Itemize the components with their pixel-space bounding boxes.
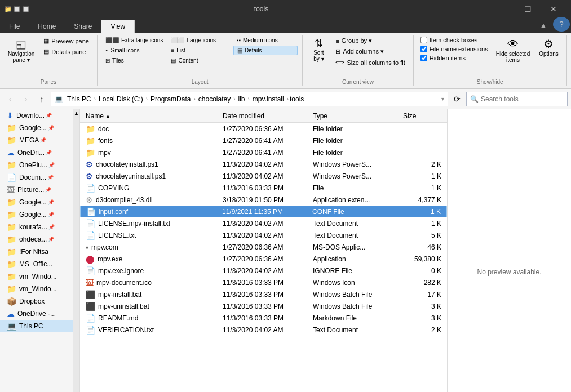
sidebar-item-oneplus[interactable]: 📁 OnePlu... 📌 [0, 159, 73, 171]
dropdown-arrow[interactable]: ▾ [441, 96, 444, 102]
breadcrumb-this-pc[interactable]: This PC [65, 95, 93, 104]
tab-view[interactable]: View [101, 20, 135, 33]
preview-pane-button[interactable]: ▦ Preview pane [40, 36, 92, 46]
sidebar-item-for-nitsa[interactable]: 📁 !For Nitsa [0, 246, 73, 258]
breadcrumb-local-disk[interactable]: Local Disk (C:) [97, 95, 145, 104]
details-icon: ▤ [43, 48, 49, 55]
file-row[interactable]: ⬛mpv-install.bat 11/3/2016 03:33 PM Wind… [80, 288, 447, 300]
sidebar-item-google3[interactable]: 📁 Google... 📌 [0, 208, 73, 221]
file-row[interactable]: ⬤mpv.exe 1/27/2020 06:36 AM Application … [80, 253, 447, 265]
address-bar[interactable]: 💻 This PC › Local Disk (C:) › ProgramDat… [51, 92, 448, 106]
file-name: d3dcompiler_43.dll [96, 196, 153, 204]
sidebar-item-ohdeca[interactable]: 📁 ohdeca... 📌 [0, 233, 73, 246]
hide-selected-button[interactable]: 👁 Hide selecteditems [493, 36, 534, 65]
content-button[interactable]: ▤ Content [167, 56, 232, 65]
scroll-up[interactable]: ▲ [73, 109, 80, 117]
item-check-boxes-check[interactable]: Item check boxes [418, 36, 490, 44]
back-button[interactable]: ‹ [3, 92, 17, 106]
file-row[interactable]: 📄README.md 11/3/2016 03:33 PM Markdown F… [80, 312, 447, 324]
sidebar-item-this-pc[interactable]: 💻 This PC [0, 320, 73, 332]
col-date-header[interactable]: Date modified [219, 111, 309, 121]
breadcrumb-tools[interactable]: tools [290, 95, 304, 103]
file-row[interactable]: 📄mpv.exe.ignore 11/3/2020 04:02 AM IGNOR… [80, 265, 447, 277]
file-row[interactable]: 📁mpv 1/27/2020 06:41 AM File folder [80, 146, 447, 158]
file-row[interactable]: 📄LICENSE.mpv-install.txt 11/3/2020 04:02… [80, 217, 447, 229]
pictures-icon: 🖼 [7, 185, 15, 194]
sidebar-item-google[interactable]: 📁 Google... 📌 [0, 122, 73, 134]
options-button[interactable]: ⚙ Options [535, 36, 561, 59]
file-row[interactable]: 📁fonts 1/27/2020 06:41 AM File folder [80, 135, 447, 146]
minimize-button[interactable]: — [489, 0, 515, 18]
details-pane-button[interactable]: ▤ Details pane [40, 47, 92, 56]
file-row[interactable]: 📄COPYING 11/3/2016 03:33 PM File 1 K [80, 182, 447, 194]
navigation-pane-button[interactable]: ◱ Navigationpane ▾ [5, 36, 38, 65]
add-columns-button[interactable]: ⊞ Add columns ▾ [332, 47, 408, 56]
maximize-button[interactable]: ☐ [515, 0, 541, 18]
file-row[interactable]: 🖼mpv-document.ico 11/3/2016 03:33 PM Win… [80, 277, 447, 288]
file-row-selected[interactable]: 📄input.conf 11/9/2021 11:35 PM CONF File… [80, 206, 447, 217]
ribbon-arrow-up[interactable]: ▲ [535, 18, 552, 33]
file-type: Text Document [309, 231, 400, 239]
up-button[interactable]: ↑ [35, 92, 48, 106]
file-ext-check[interactable]: File name extensions [418, 45, 490, 53]
tab-file[interactable]: File [0, 20, 29, 33]
file-row[interactable]: ⚙chocolateyuninstall.ps1 11/3/2020 04:02… [80, 170, 447, 182]
file-row[interactable]: 📁doc 1/27/2020 06:36 AM File folder [80, 123, 447, 135]
details-button[interactable]: ▤ Details [233, 46, 298, 55]
sidebar-item-dropbox[interactable]: 📦 Dropbox [0, 295, 73, 308]
file-row[interactable]: 📄VERIFICATION.txt 11/3/2020 04:02 AM Tex… [80, 324, 447, 336]
file-row[interactable]: ⬛mpv-uninstall.bat 11/3/2016 03:33 PM Wi… [80, 300, 447, 312]
col-type-header[interactable]: Type [309, 111, 400, 121]
type-label: Type [313, 112, 327, 120]
search-input[interactable] [481, 95, 565, 103]
medium-icons-button[interactable]: ▪▪ Medium icons [233, 36, 298, 44]
sidebar-item-onedrive[interactable]: ☁ OneDri... 📌 [0, 146, 73, 159]
sidebar-item-google2[interactable]: 📁 Google... 📌 [0, 196, 73, 208]
forward-button[interactable]: › [19, 92, 33, 106]
file-row[interactable]: 📄LICENSE.txt 11/3/2020 04:02 AM Text Doc… [80, 229, 447, 241]
sidebar-item-onedrive2[interactable]: ☁ OneDrive -... [0, 308, 73, 320]
file-row[interactable]: ⚙chocolateyinstall.ps1 11/3/2020 04:02 A… [80, 158, 447, 170]
system-icon[interactable]: ⬜ [14, 6, 20, 12]
sort-by-button[interactable]: ⇅ Sortby ▾ [307, 36, 330, 64]
size-all-columns-button[interactable]: ⟺ Size all columns to fit [332, 57, 408, 67]
tab-home[interactable]: Home [29, 20, 65, 33]
breadcrumb-chocolatey[interactable]: chocolatey [197, 95, 232, 104]
small-icons-button[interactable]: ·· Small icons [102, 46, 166, 55]
sidebar-onedrive2-label: OneDrive -... [17, 310, 56, 318]
breadcrumb-programdata[interactable]: ProgramData [149, 95, 192, 104]
file-row[interactable]: ▪mpv.com 1/27/2020 06:36 AM MS-DOS Appli… [80, 241, 447, 253]
file-row[interactable]: ⚙d3dcompiler_43.dll 3/18/2019 01:50 PM A… [80, 194, 447, 206]
ps1-icon: ⚙ [86, 160, 93, 169]
file-ext-input[interactable] [420, 46, 427, 52]
large-icons-button[interactable]: ⬜⬜ Large icons [167, 36, 232, 44]
sidebar-item-mega[interactable]: 📁 MEGA 📌 [0, 134, 73, 146]
sort-icon: ⇅ [315, 38, 323, 48]
list-button[interactable]: ≡ List [167, 46, 232, 55]
close-button[interactable]: ✕ [541, 0, 566, 18]
col-size-header[interactable]: Size [400, 111, 445, 121]
sidebar-item-kourafa[interactable]: 📁 kourafa... 📌 [0, 221, 73, 233]
item-check-input[interactable] [420, 37, 427, 43]
sidebar-item-downloads[interactable]: ⬇ Downlo... 📌 [0, 109, 73, 122]
col-name-header[interactable]: Name ▲ [82, 111, 219, 121]
sidebar-item-ms-office[interactable]: 📁 MS_Offic... [0, 258, 73, 270]
breadcrumb-lib[interactable]: lib [237, 95, 247, 104]
tab-share[interactable]: Share [65, 20, 101, 33]
hidden-items-check[interactable]: Hidden items [418, 54, 490, 62]
extra-large-icons-button[interactable]: ⬛⬛ Extra large icons [102, 36, 166, 44]
sidebar-item-documents[interactable]: 📄 Docum... 📌 [0, 171, 73, 184]
refresh-button[interactable]: ⟳ [450, 92, 464, 106]
group-by-button[interactable]: ≡ Group by ▾ [332, 36, 408, 46]
sidebar-item-pictures[interactable]: 🖼 Picture... 📌 [0, 184, 73, 196]
tiles-button[interactable]: ⊞ Tiles [102, 56, 166, 65]
hidden-items-input[interactable] [420, 55, 427, 61]
search-bar[interactable]: 🔍 [466, 92, 568, 106]
sidebar-item-vm2[interactable]: 📁 vm_Windo... [0, 283, 73, 295]
sidebar-item-vm1[interactable]: 📁 vm_Windo... [0, 270, 73, 283]
file-size: 46 K [400, 243, 445, 251]
system-icon2[interactable]: ⬜ [23, 6, 29, 12]
help-button[interactable]: ? [553, 17, 570, 32]
file-size: 4,377 K [400, 196, 445, 204]
breadcrumb-mpv-install[interactable]: mpv.install [251, 95, 286, 104]
